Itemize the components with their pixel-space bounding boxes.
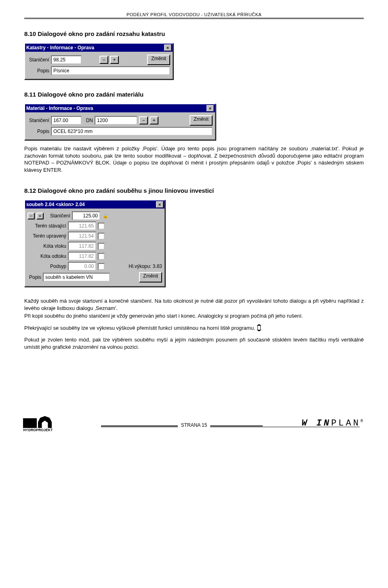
value-teren-stavajici: 121.65 (68, 221, 96, 230)
minus-button[interactable]: − (27, 213, 35, 219)
plus-button[interactable]: + (110, 56, 119, 64)
change-button[interactable]: Změnit (190, 115, 213, 126)
checkbox[interactable] (98, 263, 105, 270)
plus-button[interactable]: + (150, 116, 158, 124)
dialog-material: Materiál - Informace - Oprava × Staničen… (24, 103, 216, 140)
value-teren-upraveny: 121.54 (68, 232, 96, 240)
input-popis[interactable]: souběh s kabelem VN (43, 273, 110, 282)
label-dn: DN (83, 118, 93, 123)
page-number: STRANA 15 (178, 422, 211, 428)
soubeh-paragraph-2: Při kopii souběhu do jiného staničení je… (24, 312, 364, 320)
checkbox[interactable] (98, 243, 105, 250)
label-popis: Popis (27, 68, 49, 74)
label-popis: Popis (27, 274, 41, 280)
minus-button[interactable]: − (139, 116, 148, 124)
label-staniceni: Staničení (45, 213, 70, 219)
winplan-brand: W INPLAN® (302, 418, 365, 428)
material-paragraph: Popis materiálu lze nastavit výběrem z p… (24, 145, 364, 173)
vertical-move-icon (257, 326, 261, 330)
input-staniceni[interactable]: 125.00 (72, 211, 100, 220)
lock-icon: 🔒 (102, 213, 108, 219)
label-podsyp: Podsyp (27, 263, 66, 269)
change-button[interactable]: Změnit (147, 55, 170, 65)
section-title-812: 8.12 Dialogové okno pro zadání souběhu s… (24, 187, 364, 194)
dialog-katastry: Katastry - Informace - Oprava × Staničen… (24, 43, 173, 80)
dialog-title: soubeh 2.04 <sklon> 2.04 (26, 202, 156, 207)
dialog-title: Katastry - Informace - Oprava (26, 45, 164, 51)
page-header: PODÉLNÝ PROFIL VODOVODOU - UŽIVATELSKÁ P… (24, 12, 364, 17)
soubeh-paragraph-1: Každý souběh má svoje startovní a konečn… (24, 297, 364, 312)
close-icon[interactable]: × (164, 44, 171, 51)
input-popis[interactable]: OCEL 623*10 mm (51, 127, 213, 136)
dialog-title: Materiál - Informace - Oprava (26, 105, 207, 111)
input-staniceni[interactable]: 167.00 (51, 116, 82, 125)
label-staniceni: Staničení (27, 57, 49, 63)
section-title-810: 8.10 Dialogové okno pro zadání rozsahu k… (24, 30, 364, 37)
label-popis: Popis (27, 129, 49, 134)
minus-button[interactable]: − (99, 56, 108, 64)
soubeh-paragraph-4: Pokud je zvolen tento mód, pak lze výběr… (24, 336, 364, 350)
label-teren-upraveny: Terén upravený (27, 233, 66, 239)
close-icon[interactable]: × (207, 105, 214, 112)
plus-button[interactable]: + (36, 213, 44, 219)
checkbox[interactable] (98, 233, 105, 240)
value-kota-vtoku: 117.82 (68, 242, 96, 251)
input-popis[interactable]: Písnice (51, 66, 170, 75)
change-button[interactable]: Změnit (139, 272, 162, 282)
page-footer: HYDROPROJEKT STRANA 15 W INPLAN® (24, 411, 364, 439)
checkbox[interactable] (98, 253, 105, 260)
value-kota-odtoku: 117.82 (68, 252, 96, 261)
soubeh-paragraph-3: Překrývající se souběhy lze ve výkresu v… (24, 325, 364, 332)
input-dn[interactable]: 1200 (95, 116, 137, 125)
label-teren-stavajici: Terén stávající (27, 223, 66, 229)
close-icon[interactable]: × (156, 201, 163, 208)
label-staniceni: Staničení (27, 118, 49, 123)
input-staniceni[interactable]: 98.25 (51, 55, 82, 64)
label-kota-odtoku: Kóta odtoku (27, 253, 66, 259)
label-kota-vtoku: Kóta vtoku (27, 243, 66, 249)
checkbox[interactable] (98, 223, 105, 230)
section-title-811: 8.11 Dialogové okno pro zadání materiálu (24, 91, 364, 98)
label-hlvykopu: Hl.výkopu: 3.83 (129, 263, 162, 269)
dialog-soubeh: soubeh 2.04 <sklon> 2.04 × − + Staničení… (24, 200, 165, 287)
value-podsyp: 0.00 (68, 262, 96, 271)
